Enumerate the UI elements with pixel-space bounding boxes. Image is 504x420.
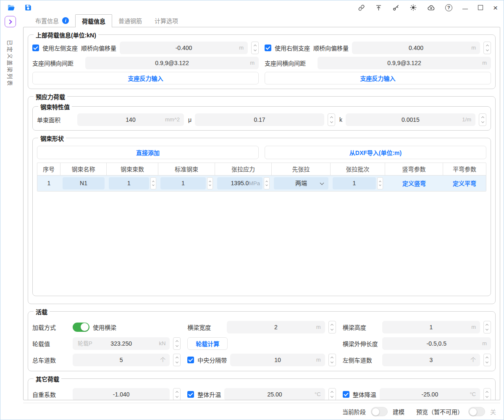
- tab-normal-rebar[interactable]: 普通钢筋: [112, 14, 148, 27]
- define-vertical-bend-link[interactable]: 定义竖弯: [387, 179, 441, 187]
- col-header: 张拉批次: [331, 163, 385, 175]
- col-header: 钢束名称: [60, 163, 107, 175]
- right-spacing-input[interactable]: 0.9,9@3.122m: [318, 57, 491, 69]
- crossbeam-width-stepper[interactable]: [328, 321, 336, 333]
- prestress-section: 预应力荷载 钢束特性值 单束面积 140mm^2 μ 0.17: [28, 92, 496, 304]
- self-weight-stepper[interactable]: [173, 388, 181, 400]
- left-reaction-button[interactable]: 支座反力输入: [32, 72, 259, 84]
- tendon-table-row[interactable]: 1 N1 1 1 1395.0MPa 两端 1 定义竖弯 定义平弯: [37, 176, 486, 191]
- heating-input[interactable]: 25.00°C: [224, 388, 325, 400]
- stage-toggle[interactable]: [371, 407, 388, 416]
- tendon-properties-group: 钢束特性值 单束面积 140mm^2 μ 0.17 k: [32, 102, 491, 131]
- col-header: 标准钢束: [158, 163, 215, 175]
- help-icon[interactable]: ?: [445, 4, 452, 11]
- maximize-icon[interactable]: [478, 5, 483, 10]
- sidebar: 已定义盖梁列表: [0, 14, 20, 420]
- sidebar-title: 已定义盖梁列表: [6, 40, 14, 87]
- tension-batch-input[interactable]: 1: [333, 177, 376, 189]
- col-header: 竖弯参数: [385, 163, 443, 175]
- minimize-icon[interactable]: [462, 6, 468, 9]
- right-offset-stepper[interactable]: [483, 42, 491, 54]
- folder-open-icon[interactable]: [7, 4, 15, 12]
- status-bar: 当前阶段 建模 预览（暂不可用） 关: [23, 403, 500, 420]
- prestress-legend: 预应力荷载: [34, 92, 67, 101]
- crossbeam-width-input[interactable]: 2m: [227, 321, 325, 333]
- left-offset-input[interactable]: -0.400m: [120, 42, 248, 54]
- left-lanes-stepper[interactable]: [483, 354, 491, 366]
- tab-bar: 布置信息 荷载信息 普通钢筋 计算选项: [20, 14, 504, 27]
- total-lanes-input[interactable]: 5个: [73, 354, 170, 366]
- tendon-name-input[interactable]: N1: [63, 177, 105, 189]
- mu-input[interactable]: 0.17: [195, 113, 324, 126]
- live-load-legend: 活载: [34, 307, 50, 316]
- median-strip-stepper[interactable]: [328, 354, 336, 366]
- cooling-input[interactable]: -25.00°C: [380, 388, 480, 400]
- right-reaction-button[interactable]: 支座反力输入: [265, 72, 491, 84]
- link-icon[interactable]: [358, 4, 365, 11]
- left-lanes-input[interactable]: 3个: [382, 354, 480, 366]
- tension-stress-input[interactable]: 1395.0MPa: [217, 177, 262, 189]
- close-icon[interactable]: ×: [493, 4, 498, 12]
- median-strip-input[interactable]: 10m: [230, 354, 325, 366]
- chevron-down-icon: [320, 181, 324, 185]
- tab-load-info[interactable]: 荷载信息: [75, 14, 112, 27]
- info-icon[interactable]: [62, 17, 69, 24]
- brightness-icon[interactable]: [410, 4, 417, 11]
- tab-layout-info[interactable]: 布置信息: [29, 14, 75, 27]
- upper-load-section: 上部荷载信息(单位:kN) 使用左侧支座 顺桥向偏移量 -0.400m 支座间横…: [28, 31, 496, 89]
- pretension-select[interactable]: 两端: [274, 177, 328, 189]
- crossbeam-height-stepper[interactable]: [483, 321, 491, 333]
- tendon-properties-legend: 钢束特性值: [38, 102, 72, 111]
- tab-calc-options[interactable]: 计算选项: [148, 14, 184, 27]
- left-offset-stepper[interactable]: [251, 42, 259, 54]
- crossbeam-overhang-input[interactable]: -0.5,0.5m: [382, 337, 491, 350]
- right-offset-input[interactable]: 0.400m: [352, 42, 480, 54]
- define-horizontal-bend-link[interactable]: 定义平弯: [445, 179, 484, 187]
- wheel-load-input[interactable]: 轮载P323.250kN: [73, 337, 170, 350]
- heating-stepper[interactable]: [328, 388, 336, 400]
- wheel-load-calc-button[interactable]: 轮载计算: [187, 337, 228, 350]
- mu-stepper[interactable]: [328, 113, 335, 126]
- cooling-checkbox[interactable]: [343, 391, 349, 398]
- use-right-support-checkbox[interactable]: [265, 45, 271, 51]
- sidebar-expand-button[interactable]: [5, 16, 16, 27]
- total-lanes-stepper[interactable]: [173, 354, 181, 366]
- wheel-load-stepper[interactable]: [173, 337, 181, 350]
- live-load-section: 活载 加载方式 使用横梁 横梁宽度 2m 横梁高度: [28, 307, 496, 371]
- left-spacing-input[interactable]: 0.9,9@3.122m: [85, 57, 259, 69]
- k-input[interactable]: 0.00151/m: [346, 113, 475, 126]
- k-stepper[interactable]: [479, 113, 486, 126]
- key-icon[interactable]: [392, 4, 399, 11]
- cloud-upload-icon[interactable]: [427, 4, 435, 12]
- add-tendon-button[interactable]: 直接添加: [37, 146, 259, 159]
- standard-stepper[interactable]: [207, 177, 213, 189]
- crossbeam-height-input[interactable]: 1m: [382, 321, 480, 333]
- preview-toggle[interactable]: [468, 407, 485, 416]
- col-header: 钢束束数: [107, 163, 158, 175]
- other-load-legend: 其它荷载: [34, 375, 61, 383]
- load-info-panel: 上部荷载信息(单位:kN) 使用左侧支座 顺桥向偏移量 -0.400m 支座间横…: [23, 27, 500, 400]
- tendon-shape-legend: 钢束形状: [38, 134, 66, 142]
- self-weight-input[interactable]: -1.040: [73, 388, 170, 400]
- tendon-table-header: 序号 钢束名称 钢束束数 标准钢束 张拉应力 先张拉 张拉批次 竖弯参数 平弯参…: [37, 163, 486, 176]
- median-strip-checkbox[interactable]: [187, 357, 194, 363]
- use-crossbeam-toggle[interactable]: [73, 323, 89, 332]
- upload-to-top-icon[interactable]: [375, 4, 382, 11]
- stress-stepper[interactable]: [264, 177, 270, 189]
- heating-checkbox[interactable]: [187, 391, 194, 398]
- use-left-support-checkbox[interactable]: [32, 45, 39, 51]
- standard-tendon-input[interactable]: 1: [160, 177, 206, 189]
- cooling-stepper[interactable]: [483, 388, 491, 400]
- import-dxf-button[interactable]: 从DXF导入(单位:m): [265, 146, 486, 159]
- chevron-right-icon: [7, 19, 12, 24]
- tendon-shape-group: 钢束形状 直接添加 从DXF导入(单位:m) 序号 钢束名称 钢束束数 标准钢束…: [32, 134, 491, 296]
- tendon-bundles-input[interactable]: 1: [109, 177, 149, 189]
- bundles-stepper[interactable]: [150, 177, 156, 189]
- col-header: 平弯参数: [443, 163, 486, 175]
- batch-stepper[interactable]: [377, 177, 383, 189]
- col-header: 先张拉: [272, 163, 331, 175]
- other-load-section: 其它荷载 自重系数 -1.040 整体升温 25.00°C: [28, 375, 496, 400]
- col-header: 序号: [37, 163, 60, 175]
- tendon-area-input[interactable]: 140mm^2: [77, 113, 184, 126]
- save-icon[interactable]: [24, 4, 32, 11]
